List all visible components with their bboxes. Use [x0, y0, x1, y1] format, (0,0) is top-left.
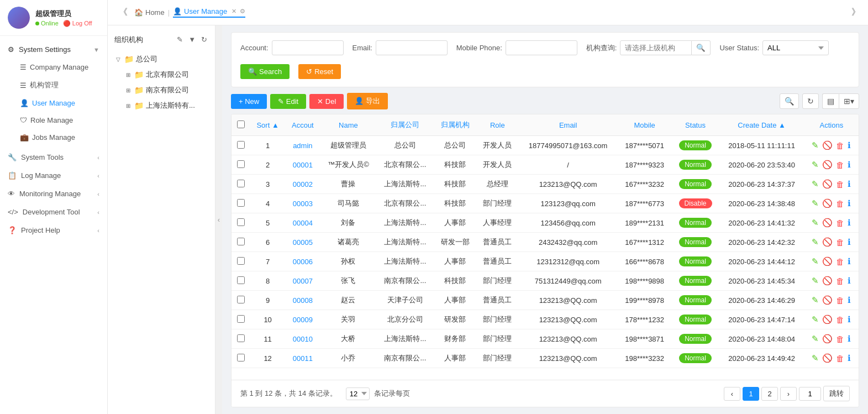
row-select-checkbox[interactable]	[237, 199, 245, 207]
select-all-checkbox[interactable]	[237, 120, 245, 128]
row-account[interactable]: admin	[285, 136, 320, 155]
delete-row-icon[interactable]: 🗑	[836, 141, 844, 150]
col-sort[interactable]: Sort ▲	[250, 114, 286, 136]
list-view-button[interactable]: ▤	[822, 93, 839, 109]
edit-row-icon[interactable]: ✎	[812, 160, 819, 170]
topbar-expand-btn[interactable]: 》	[851, 7, 860, 18]
export-button[interactable]: 👤 导出	[347, 93, 388, 109]
sidebar-item-company-manage[interactable]: ☰ Company Manage	[0, 59, 107, 76]
delete-row-icon[interactable]: 🗑	[836, 276, 844, 286]
ban-row-icon[interactable]: 🚫	[822, 315, 833, 324]
page-1-button[interactable]: 1	[743, 387, 759, 401]
col-create-date[interactable]: Create Date ▲	[719, 114, 804, 136]
status-select[interactable]: ALL Normal Disable	[762, 40, 829, 55]
tree-node-nanjing[interactable]: ⊞ 📁 南京有限公司	[122, 82, 211, 98]
row-account[interactable]: 00010	[285, 329, 320, 349]
row-account[interactable]: 00004	[285, 213, 320, 233]
col-company[interactable]: 归属公司	[377, 114, 434, 136]
ban-row-icon[interactable]: 🚫	[822, 218, 833, 228]
sidebar-item-jigou-manage[interactable]: ☰ 机构管理	[0, 76, 107, 95]
sidebar-item-role-manage[interactable]: 🛡 Role Manage	[0, 112, 107, 129]
tree-node-root[interactable]: ▽ 📁 总公司	[112, 51, 211, 67]
ban-row-icon[interactable]: 🚫	[822, 237, 833, 247]
row-select-checkbox[interactable]	[237, 315, 245, 323]
ban-row-icon[interactable]: 🚫	[822, 353, 833, 363]
reset-button[interactable]: ↺ Reset	[298, 64, 341, 79]
row-account[interactable]: 00005	[285, 233, 320, 252]
delete-row-icon[interactable]: 🗑	[836, 160, 844, 170]
nav-item-monitoring[interactable]: 👁 Monitoring Manage ‹	[0, 185, 107, 203]
info-row-icon[interactable]: ℹ	[848, 218, 851, 228]
edit-row-icon[interactable]: ✎	[812, 315, 819, 324]
info-row-icon[interactable]: ℹ	[848, 140, 851, 150]
sidebar-item-jobs-manage[interactable]: 💼 Jobs Manage	[0, 129, 107, 146]
row-select-checkbox[interactable]	[237, 276, 245, 284]
ban-row-icon[interactable]: 🚫	[822, 334, 833, 344]
row-account[interactable]: 00008	[285, 291, 320, 310]
nav-item-system-tools[interactable]: 🔧 System Tools ‹	[0, 148, 107, 166]
info-row-icon[interactable]: ℹ	[848, 353, 851, 363]
mobile-input[interactable]	[506, 40, 577, 55]
col-mobile[interactable]: Mobile	[618, 114, 672, 136]
nav-item-dev-tool[interactable]: </> Development Tool ‹	[0, 203, 107, 221]
info-row-icon[interactable]: ℹ	[848, 198, 851, 208]
prev-page-button[interactable]: ‹	[724, 387, 740, 401]
collapse-sidebar-button[interactable]: 《	[115, 4, 131, 20]
ban-row-icon[interactable]: 🚫	[822, 160, 833, 170]
row-account[interactable]: 00002	[285, 175, 320, 194]
ban-row-icon[interactable]: 🚫	[822, 140, 833, 150]
col-status[interactable]: Status	[672, 114, 719, 136]
edit-row-icon[interactable]: ✎	[812, 353, 819, 363]
tree-node-shanghai[interactable]: ⊞ 📁 上海法斯特有...	[122, 98, 211, 113]
table-search-button[interactable]: 🔍	[780, 93, 799, 109]
tree-collapse-handle[interactable]: ‹	[215, 25, 222, 414]
grid-view-button[interactable]: ⊞▾	[839, 93, 859, 109]
row-account[interactable]: 00009	[285, 310, 320, 329]
table-refresh-button[interactable]: ↻	[802, 93, 819, 109]
delete-row-icon[interactable]: 🗑	[836, 354, 844, 363]
org-search-button[interactable]: 🔍	[692, 40, 711, 55]
row-select-checkbox[interactable]	[237, 160, 245, 168]
account-input[interactable]	[272, 40, 344, 55]
delete-row-icon[interactable]: 🗑	[836, 180, 844, 189]
info-row-icon[interactable]: ℹ	[848, 179, 851, 189]
info-row-icon[interactable]: ℹ	[848, 315, 851, 324]
edit-row-icon[interactable]: ✎	[812, 140, 819, 150]
edit-row-icon[interactable]: ✎	[812, 237, 819, 247]
row-select-checkbox[interactable]	[237, 354, 245, 361]
edit-row-icon[interactable]: ✎	[812, 218, 819, 228]
delete-row-icon[interactable]: 🗑	[836, 218, 844, 228]
col-account[interactable]: Accout	[285, 114, 320, 136]
row-account[interactable]: 00003	[285, 194, 320, 213]
info-row-icon[interactable]: ℹ	[848, 237, 851, 247]
col-name[interactable]: Name	[320, 114, 376, 136]
col-role[interactable]: Role	[476, 114, 519, 136]
nav-item-log-manage[interactable]: 📋 Log Manage ‹	[0, 166, 107, 185]
info-row-icon[interactable]: ℹ	[848, 295, 851, 305]
ban-row-icon[interactable]: 🚫	[822, 179, 833, 189]
logout-link[interactable]: 🔴 Log Off	[63, 20, 92, 27]
edit-row-icon[interactable]: ✎	[812, 276, 819, 286]
sidebar-item-user-manage[interactable]: 👤 User Manage	[0, 95, 107, 112]
info-row-icon[interactable]: ℹ	[848, 160, 851, 170]
delete-row-icon[interactable]: 🗑	[836, 315, 844, 324]
ban-row-icon[interactable]: 🚫	[822, 295, 833, 305]
edit-button[interactable]: ✎ Edit	[270, 94, 306, 109]
ban-row-icon[interactable]: 🚫	[822, 276, 833, 286]
edit-row-icon[interactable]: ✎	[812, 334, 819, 344]
breadcrumb-user-manage[interactable]: 👤 User Manage ✕ ⚙	[173, 7, 245, 18]
row-select-checkbox[interactable]	[237, 180, 245, 187]
delete-row-icon[interactable]: 🗑	[836, 296, 844, 305]
edit-row-icon[interactable]: ✎	[812, 179, 819, 189]
breadcrumb-home[interactable]: 🏠 Home	[134, 8, 165, 17]
row-select-checkbox[interactable]	[237, 218, 245, 226]
row-select-checkbox[interactable]	[237, 238, 245, 245]
search-button[interactable]: 🔍 Search	[240, 64, 290, 79]
col-email[interactable]: Email	[519, 114, 618, 136]
tree-node-beijing[interactable]: ⊞ 📁 北京有限公司	[122, 67, 211, 82]
delete-row-icon[interactable]: 🗑	[836, 199, 844, 208]
edit-row-icon[interactable]: ✎	[812, 198, 819, 208]
tab-settings-icon[interactable]: ⚙	[240, 8, 245, 15]
row-account[interactable]: 00007	[285, 271, 320, 291]
delete-row-icon[interactable]: 🗑	[836, 238, 844, 247]
